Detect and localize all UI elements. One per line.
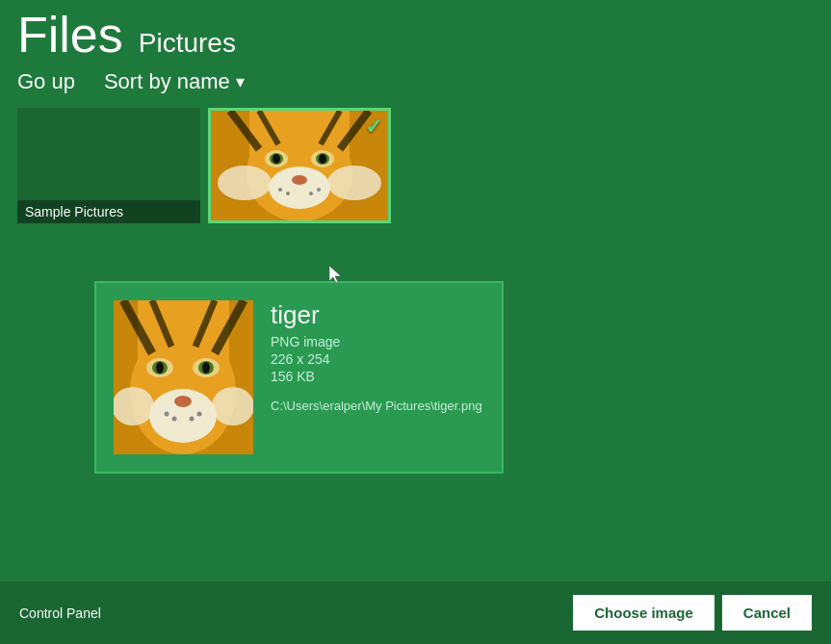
svg-point-10	[292, 175, 307, 185]
svg-point-41	[197, 412, 202, 417]
detail-name: tiger	[271, 300, 484, 330]
header: Files Pictures	[0, 0, 831, 60]
control-panel-label: Control Panel	[19, 605, 101, 621]
footer: Control Panel Choose image Cancel	[0, 581, 831, 644]
svg-point-37	[114, 387, 154, 425]
svg-point-15	[218, 166, 272, 200]
detail-thumbnail	[114, 300, 253, 454]
tiger-detail-image	[114, 300, 253, 454]
svg-point-38	[212, 387, 253, 425]
svg-point-42	[190, 417, 195, 422]
detail-popup: tiger PNG image 226 x 254 156 KB C:\User…	[94, 281, 504, 474]
detail-type: PNG image	[271, 334, 484, 349]
sort-button[interactable]: Sort by name ▾	[104, 69, 245, 94]
tiger-thumbnail	[211, 111, 388, 220]
cancel-button[interactable]: Cancel	[722, 595, 812, 631]
footer-buttons: Choose image Cancel	[573, 595, 812, 631]
detail-path: C:\Users\eralper\My Pictures\tiger.png	[271, 398, 484, 415]
chevron-down-icon: ▾	[236, 71, 245, 92]
detail-dimensions: 226 x 254	[271, 351, 484, 367]
svg-point-39	[165, 412, 169, 417]
choose-image-button[interactable]: Choose image	[573, 595, 714, 631]
detail-size: 156 KB	[271, 369, 484, 384]
title-files: Files	[17, 10, 123, 60]
svg-point-28	[156, 362, 164, 374]
check-icon: ✓	[365, 115, 382, 140]
image-tile-tiger[interactable]: ✓	[208, 108, 391, 223]
svg-point-31	[202, 362, 210, 374]
svg-point-19	[317, 188, 321, 192]
title-pictures: Pictures	[139, 28, 236, 59]
files-grid: Sample Pictures	[0, 104, 831, 227]
go-up-button[interactable]: Go up	[17, 69, 75, 94]
svg-point-6	[273, 154, 280, 164]
svg-point-17	[278, 188, 282, 192]
svg-point-18	[286, 192, 290, 195]
svg-point-16	[327, 166, 381, 200]
detail-info: tiger PNG image 226 x 254 156 KB C:\User…	[271, 300, 484, 415]
toolbar: Go up Sort by name ▾	[0, 60, 831, 104]
folder-label: Sample Pictures	[17, 200, 200, 223]
svg-point-20	[309, 192, 313, 195]
svg-point-9	[319, 154, 326, 164]
svg-point-40	[172, 417, 177, 422]
folder-tile-sample-pictures[interactable]: Sample Pictures	[17, 108, 200, 223]
sort-label: Sort by name	[104, 69, 230, 94]
svg-point-32	[174, 396, 192, 407]
svg-point-3	[269, 167, 330, 209]
